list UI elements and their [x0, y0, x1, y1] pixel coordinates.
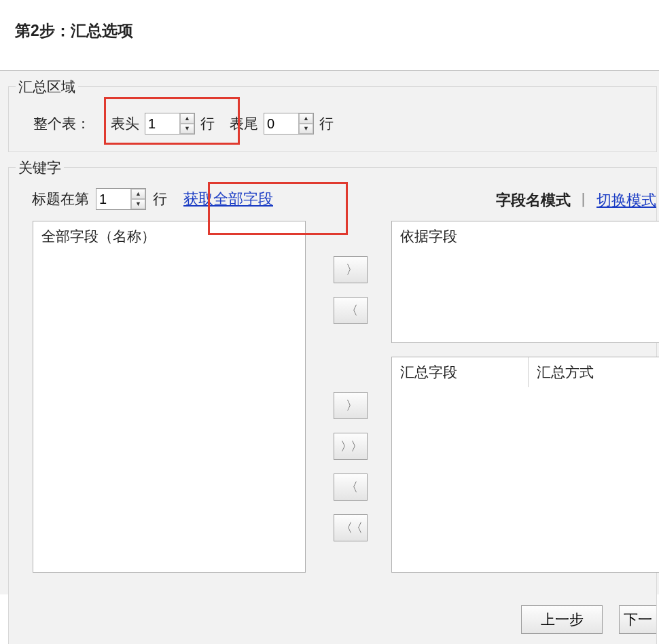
move-left-summary[interactable]: 〈	[334, 473, 368, 501]
mover-buttons-summary: 〉 〉〉 〈 〈〈	[334, 392, 368, 541]
footer-rows-spinner[interactable]: ▲ ▼	[264, 113, 314, 135]
prev-step-button[interactable]: 上一步	[521, 605, 603, 634]
footer-rows-suffix: 行	[319, 114, 334, 133]
all-fields-listbox[interactable]: 全部字段（名称）	[33, 221, 306, 573]
header-rows-suffix: 行	[200, 114, 215, 133]
separator: 丨	[576, 190, 591, 211]
all-fields-header: 全部字段（名称）	[33, 221, 305, 251]
basis-fields-header: 依据字段	[392, 221, 659, 251]
footer-rows-input[interactable]	[264, 113, 298, 134]
move-right-basis[interactable]: 〉	[334, 256, 368, 283]
move-right-summary[interactable]: 〉	[334, 392, 368, 419]
whole-table-row: 整个表： 表头 ▲ ▼ 行 表尾 ▲ ▼ 行	[33, 110, 334, 137]
summary-fields-listbox[interactable]: 汇总字段 汇总方式	[391, 357, 659, 573]
summary-field-column-header: 汇总字段	[392, 357, 529, 387]
move-all-right-summary[interactable]: 〉〉	[334, 433, 368, 460]
basis-fields-listbox[interactable]: 依据字段	[391, 221, 659, 343]
keyword-group: 关键字 标题在第 ▲ ▼ 行 获取全部字段 字段名模式 丨 切换模式 全部字段（…	[8, 167, 657, 644]
title-row-label: 标题在第	[32, 190, 89, 209]
page-title: 第2步：汇总选项	[0, 0, 659, 41]
field-mode-area: 字段名模式 丨 切换模式	[496, 190, 656, 211]
keyword-legend: 关键字	[16, 158, 64, 177]
summary-mode-column-header: 汇总方式	[529, 357, 660, 387]
move-left-basis[interactable]: 〈	[334, 297, 368, 324]
footer-label: 表尾	[230, 114, 258, 133]
title-row-up[interactable]: ▲	[131, 189, 145, 199]
header-label: 表头	[111, 114, 139, 133]
header-rows-spinner[interactable]: ▲ ▼	[145, 113, 195, 135]
summary-area-group: 汇总区域 整个表： 表头 ▲ ▼ 行 表尾 ▲ ▼ 行	[8, 86, 657, 152]
header-rows-input[interactable]	[145, 113, 179, 134]
footer-rows-up[interactable]: ▲	[299, 113, 313, 124]
wizard-footer: 上一步 下一	[0, 594, 659, 644]
header-rows-down[interactable]: ▼	[180, 124, 194, 134]
title-row-input[interactable]	[96, 189, 130, 209]
summary-area-legend: 汇总区域	[16, 77, 78, 96]
field-mode-label: 字段名模式	[496, 190, 571, 211]
title-row-down[interactable]: ▼	[131, 199, 145, 209]
title-row-suffix: 行	[153, 190, 167, 209]
get-all-fields-link[interactable]: 获取全部字段	[183, 189, 273, 209]
title-row-spinner[interactable]: ▲ ▼	[96, 188, 146, 210]
title-row-controls: 标题在第 ▲ ▼ 行 获取全部字段	[32, 188, 273, 210]
mover-buttons-basis: 〉 〈	[334, 256, 368, 324]
options-panel: 汇总区域 整个表： 表头 ▲ ▼ 行 表尾 ▲ ▼ 行	[0, 70, 659, 594]
whole-table-label: 整个表：	[33, 114, 90, 133]
footer-rows-down[interactable]: ▼	[299, 124, 313, 134]
switch-mode-link[interactable]: 切换模式	[596, 190, 656, 211]
header-rows-up[interactable]: ▲	[180, 113, 194, 124]
move-all-left-summary[interactable]: 〈〈	[334, 514, 368, 541]
next-step-button[interactable]: 下一	[619, 605, 656, 634]
